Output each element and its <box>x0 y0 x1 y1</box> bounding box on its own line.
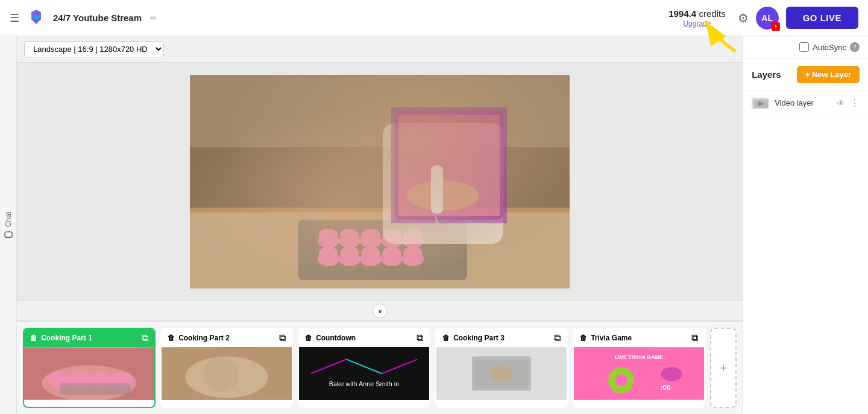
eye-icon-video[interactable]: 👁 <box>837 98 845 108</box>
credits-word: credits <box>699 8 725 19</box>
collapse-button[interactable]: ∨ <box>373 304 387 318</box>
canvas-area: Landscape | 16:9 | 1280x720 HD <box>17 36 743 414</box>
svg-point-50 <box>489 365 513 381</box>
scene-label-cooking3: Cooking Part 3 <box>453 334 505 342</box>
timeline: 🗑 Cooking Part 1 ⧉ <box>17 320 743 414</box>
avatar[interactable]: AL <box>756 7 779 30</box>
scene-title-cooking-part-2: 🗑 Cooking Part 2 <box>168 334 230 342</box>
hamburger-icon[interactable]: ☰ <box>10 11 19 25</box>
scene-card-countdown[interactable]: 🗑 Countdown ⧉ Bake with Anne Smith in <box>298 328 430 408</box>
canvas-toolbar: Landscape | 16:9 | 1280x720 HD <box>17 36 743 63</box>
chat-icon <box>4 230 13 238</box>
scene-card-cooking-part-1[interactable]: 🗑 Cooking Part 1 ⧉ <box>23 328 156 408</box>
scene-thumb-cooking1 <box>24 347 154 400</box>
scene-card-cooking-part-3[interactable]: 🗑 Cooking Part 3 ⧉ <box>435 328 568 408</box>
header-right: ⚙ AL GO LIVE <box>738 7 858 30</box>
svg-point-55 <box>661 367 682 381</box>
credits-section: 1994.4 credits Upgrade <box>668 8 726 28</box>
scene-label-cooking1: Cooking Part 1 <box>41 334 92 342</box>
scene-thumb-countdown: Bake with Anne Smith in <box>299 347 429 400</box>
app-logo <box>25 7 47 29</box>
scene-label-trivia: Trivia Game <box>591 334 632 342</box>
scene-header-cooking-part-2: 🗑 Cooking Part 2 ⧉ <box>162 329 292 347</box>
scene-card-trivia-game[interactable]: 🗑 Trivia Game ⧉ LIVE TRIVIA GAME <box>573 328 705 408</box>
header-left: ☰ 24/7 Youtube Stream ✏ <box>10 7 668 29</box>
autosync-bar: AutoSync ? <box>743 36 868 59</box>
add-scene-button[interactable]: + <box>710 328 737 408</box>
canvas-container <box>17 63 743 301</box>
svg-rect-42 <box>299 348 429 400</box>
scene-label-countdown: Countdown <box>316 334 356 342</box>
scene-header-cooking-part-1: 🗑 Cooking Part 1 ⧉ <box>24 329 154 347</box>
autosync-help-icon[interactable]: ? <box>850 42 860 52</box>
svg-rect-2 <box>5 232 12 238</box>
upgrade-link[interactable]: Upgrade <box>668 19 726 28</box>
copy-icon-trivia[interactable]: ⧉ <box>691 333 698 343</box>
layer-thumbnail <box>752 98 769 109</box>
delete-icon-cooking2[interactable]: 🗑 <box>168 334 175 342</box>
plus-icon: + <box>720 360 728 376</box>
scene-thumb-cooking2 <box>162 347 292 400</box>
right-panel: AutoSync ? Layers + New Layer <box>743 36 868 414</box>
format-select[interactable]: Landscape | 16:9 | 1280x720 HD <box>24 41 164 57</box>
scene-header-cooking-part-3: 🗑 Cooking Part 3 ⧉ <box>436 329 567 347</box>
delete-icon-cooking1[interactable]: 🗑 <box>30 334 37 342</box>
collapse-row: ∨ <box>17 301 743 320</box>
scene-label-cooking2: Cooking Part 2 <box>178 334 230 342</box>
scene-title-cooking-part-1: 🗑 Cooking Part 1 <box>30 334 92 342</box>
scene-thumb-cooking3 <box>436 347 567 400</box>
scene-header-countdown: 🗑 Countdown ⧉ <box>299 329 429 347</box>
scene-overlay <box>190 75 570 288</box>
copy-icon-cooking3[interactable]: ⧉ <box>554 333 561 343</box>
svg-point-41 <box>203 357 239 392</box>
scene-header-trivia-game: 🗑 Trivia Game ⧉ <box>574 329 704 347</box>
credits-display: 1994.4 credits <box>668 8 726 19</box>
layer-actions-video: 👁 ⋮ <box>837 97 860 109</box>
edit-icon[interactable]: ✏ <box>150 13 157 23</box>
canvas-frame <box>190 75 570 288</box>
chat-label[interactable]: Chat <box>4 212 13 238</box>
svg-rect-38 <box>60 383 131 395</box>
svg-text::00: :00 <box>661 383 671 391</box>
copy-icon-cooking2[interactable]: ⧉ <box>279 333 286 343</box>
main-area: Chat Landscape | 16:9 | 1280x720 HD <box>0 36 868 414</box>
copy-icon-countdown[interactable]: ⧉ <box>417 333 423 343</box>
more-icon-video[interactable]: ⋮ <box>850 97 860 109</box>
new-layer-button[interactable]: + New Layer <box>797 66 860 83</box>
youtube-badge <box>772 22 780 31</box>
delete-icon-cooking3[interactable]: 🗑 <box>442 334 450 342</box>
scene-card-cooking-part-2[interactable]: 🗑 Cooking Part 2 ⧉ <box>160 328 293 408</box>
app-title: 24/7 Youtube Stream <box>53 13 142 23</box>
scene-title-trivia-game: 🗑 Trivia Game <box>580 334 632 342</box>
chat-panel[interactable]: Chat <box>0 36 17 414</box>
autosync-label: AutoSync <box>813 43 846 52</box>
avatar-initials: AL <box>761 13 773 23</box>
delete-icon-trivia[interactable]: 🗑 <box>580 334 587 342</box>
copy-icon-cooking1[interactable]: ⧉ <box>142 333 148 343</box>
svg-point-1 <box>34 14 39 19</box>
go-live-button[interactable]: GO LIVE <box>786 7 858 29</box>
svg-text:LIVE TRIVIA GAME: LIVE TRIVIA GAME <box>615 354 663 360</box>
svg-point-54 <box>615 374 627 386</box>
autosync-checkbox[interactable] <box>799 42 809 52</box>
header: ☰ 24/7 Youtube Stream ✏ 1994.4 credits U… <box>0 0 868 36</box>
chat-text: Chat <box>4 212 13 227</box>
header-center: 1994.4 credits Upgrade <box>668 8 726 28</box>
settings-icon[interactable]: ⚙ <box>738 11 749 25</box>
scene-thumb-trivia: LIVE TRIVIA GAME :00 <box>574 347 704 400</box>
canvas-image <box>190 75 570 288</box>
scene-title-countdown: 🗑 Countdown <box>305 334 356 342</box>
delete-icon-countdown[interactable]: 🗑 <box>305 334 312 342</box>
layer-name-video: Video layer <box>775 98 831 107</box>
layers-title: Layers <box>752 69 781 80</box>
scene-title-cooking-part-3: 🗑 Cooking Part 3 <box>442 334 505 342</box>
layers-header: Layers + New Layer <box>743 59 868 91</box>
svg-text:Bake with Anne Smith in: Bake with Anne Smith in <box>329 380 399 387</box>
layer-item-video[interactable]: Video layer 👁 ⋮ <box>743 91 868 115</box>
credits-amount: 1994.4 <box>668 8 696 19</box>
